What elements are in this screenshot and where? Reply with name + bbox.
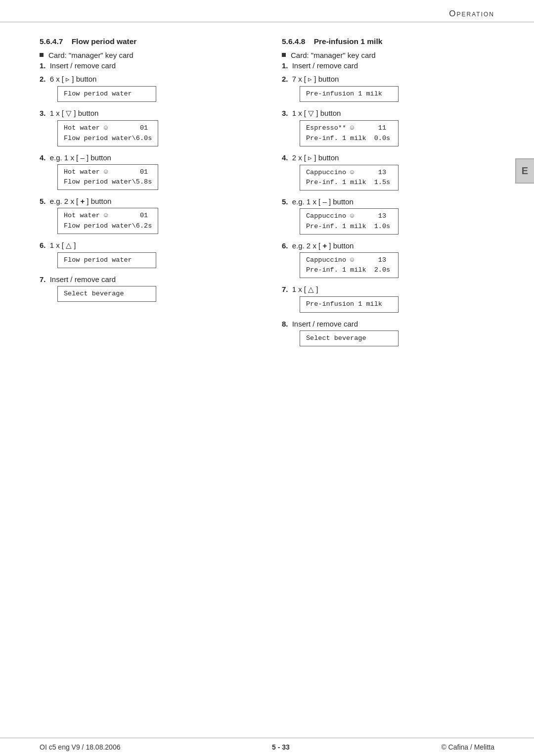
right-step-1-label: 1. Insert / remove card — [282, 61, 494, 70]
bullet-icon-right — [282, 53, 286, 57]
page-footer: OI c5 eng V9 / 18.08.2006 5 - 33 © Cafin… — [0, 738, 534, 756]
footer-right: © Cafina / Melitta — [441, 743, 494, 751]
right-display-7: Pre-infusion 1 milk — [300, 296, 399, 312]
bullet-icon — [40, 53, 44, 57]
left-step-4-label: 4. e.g. 1 x [ – ] button — [40, 153, 252, 162]
left-step-6-label: 6. 1 x [ △ ] — [40, 241, 252, 250]
right-step-5: 5. e.g. 1 x [ – ] button Cappuccino ☺ 13… — [282, 197, 494, 236]
right-steps: 1. Insert / remove card 2. 7 x [ ▹ ] but… — [282, 61, 494, 348]
left-section-id: 5.6.4.7 — [40, 37, 63, 46]
right-step-8: 8. Insert / remove card Select beverage — [282, 320, 494, 348]
left-step-3: 3. 1 x [ ▽ ] button Hot water ☺ 01 Flow … — [40, 109, 252, 148]
right-step-3-label: 3. 1 x [ ▽ ] button — [282, 109, 494, 118]
right-bullet-text: Card: "manager" key card — [291, 51, 376, 59]
right-step-6: 6. e.g. 2 x [ + ] button Cappuccino ☺ 13… — [282, 241, 494, 281]
right-step-6-label: 6. e.g. 2 x [ + ] button — [282, 241, 494, 250]
left-display-7: Select beverage — [57, 286, 156, 302]
left-step-4: 4. e.g. 1 x [ – ] button Hot water ☺ 01 … — [40, 153, 252, 192]
right-step-4-label: 4. 2 x [ ▹ ] button — [282, 153, 494, 162]
left-step-6: 6. 1 x [ △ ] Flow period water — [40, 241, 252, 270]
left-step-2-label: 2. 6 x [ ▹ ] button — [40, 75, 252, 84]
right-display-6: Cappuccino ☺ 13 Pre-inf. 1 milk 2.0s — [300, 252, 399, 279]
left-display-2: Flow period water — [57, 86, 156, 102]
right-step-3: 3. 1 x [ ▽ ] button Espresso** ☺ 11 Pre-… — [282, 109, 494, 148]
right-bullet: Card: "manager" key card — [282, 51, 494, 59]
right-display-3: Espresso** ☺ 11 Pre-inf. 1 milk 0.0s — [300, 120, 399, 146]
right-step-2: 2. 7 x [ ▹ ] button Pre-infusion 1 milk — [282, 75, 494, 104]
left-section-heading: 5.6.4.7 Flow period water — [40, 37, 252, 46]
main-content: 5.6.4.7 Flow period water Card: "manager… — [0, 22, 534, 373]
left-display-5: Hot water ☺ 01 Flow period water\6.2s — [57, 208, 158, 234]
left-step-1: 1. Insert / remove card — [40, 61, 252, 70]
side-tab-e: E — [515, 158, 534, 184]
right-column: 5.6.4.8 Pre-infusion 1 milk Card: "manag… — [282, 37, 494, 353]
right-step-8-label: 8. Insert / remove card — [282, 320, 494, 328]
right-step-4: 4. 2 x [ ▹ ] button Cappuccino ☺ 13 Pre-… — [282, 153, 494, 193]
right-step-1: 1. Insert / remove card — [282, 61, 494, 70]
left-display-3: Hot water ☺ 01 Flow period water\6.0s — [57, 120, 158, 146]
left-step-3-label: 3. 1 x [ ▽ ] button — [40, 109, 252, 118]
footer-center: 5 - 33 — [272, 743, 290, 751]
left-step-7: 7. Insert / remove card Select beverage — [40, 275, 252, 304]
right-section-id: 5.6.4.8 — [282, 37, 305, 46]
right-display-5: Cappuccino ☺ 13 Pre-inf. 1 milk 1.0s — [300, 208, 399, 235]
right-display-2: Pre-infusion 1 milk — [300, 86, 399, 102]
page-header: Operation — [0, 0, 534, 22]
left-step-5: 5. e.g. 2 x [ + ] button Hot water ☺ 01 … — [40, 197, 252, 236]
right-step-2-label: 2. 7 x [ ▹ ] button — [282, 75, 494, 84]
left-column: 5.6.4.7 Flow period water Card: "manager… — [40, 37, 252, 353]
right-section-heading: 5.6.4.8 Pre-infusion 1 milk — [282, 37, 494, 46]
right-step-7: 7. 1 x [ △ ] Pre-infusion 1 milk — [282, 285, 494, 314]
left-step-1-label: 1. Insert / remove card — [40, 61, 252, 70]
right-section-title: Pre-infusion 1 milk — [314, 37, 383, 46]
left-step-2: 2. 6 x [ ▹ ] button Flow period water — [40, 75, 252, 104]
right-display-4: Cappuccino ☺ 13 Pre-inf. 1 milk 1.5s — [300, 165, 399, 191]
footer-left: OI c5 eng V9 / 18.08.2006 — [40, 743, 120, 751]
right-display-8: Select beverage — [300, 331, 399, 346]
right-step-5-label: 5. e.g. 1 x [ – ] button — [282, 197, 494, 206]
right-step-7-label: 7. 1 x [ △ ] — [282, 285, 494, 294]
left-section-title: Flow period water — [72, 37, 137, 46]
left-step-7-label: 7. Insert / remove card — [40, 275, 252, 284]
left-bullet: Card: "manager" key card — [40, 51, 252, 59]
left-step-5-label: 5. e.g. 2 x [ + ] button — [40, 197, 252, 205]
header-title: Operation — [449, 9, 494, 19]
left-bullet-text: Card: "manager" key card — [48, 51, 134, 59]
left-display-6: Flow period water — [57, 252, 156, 268]
left-display-4: Hot water ☺ 01 Flow period water\5.8s — [57, 164, 158, 190]
left-steps: 1. Insert / remove card 2. 6 x [ ▹ ] but… — [40, 61, 252, 304]
